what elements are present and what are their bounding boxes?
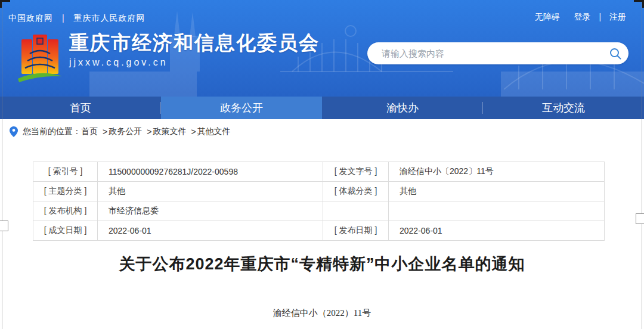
meta-label-doc-symbol: [ 发文字号 ] bbox=[323, 162, 389, 182]
page: 中国政府网 | 重庆市人民政府网 无障碍 登录 | 注册 bbox=[0, 0, 644, 329]
search-input[interactable] bbox=[380, 48, 602, 59]
meta-label-issuing-agency: [ 发布机构 ] bbox=[33, 201, 98, 221]
meta-value-doc-symbol: 渝经信中小〔2022〕11号 bbox=[389, 162, 605, 182]
nav-item-label: 互动交流 bbox=[542, 102, 585, 114]
nav-item-label: 政务公开 bbox=[220, 102, 263, 114]
meta-value-publish-date: 2022-06-01 bbox=[389, 221, 605, 241]
login-link[interactable]: 登录 bbox=[574, 12, 591, 21]
nav-item-home[interactable]: 首页 bbox=[0, 97, 161, 119]
gov-links: 中国政府网 | 重庆市人民政府网 bbox=[8, 13, 145, 24]
register-link[interactable]: 注册 bbox=[609, 12, 626, 21]
meta-value-written-date: 2022-06-01 bbox=[98, 221, 323, 241]
meta-label-written-date: [ 成文日期 ] bbox=[33, 221, 98, 241]
breadcrumb-item-zhengcewenjian[interactable]: 政策文件 bbox=[153, 126, 186, 137]
accessibility-link[interactable]: 无障碍 bbox=[535, 12, 560, 21]
link-chongqing-gov[interactable]: 重庆市人民政府网 bbox=[73, 13, 145, 23]
brand-text: 重庆市经济和信息化委员会 jjxxw.cq.gov.cn bbox=[69, 31, 320, 68]
location-pin-icon bbox=[10, 126, 18, 137]
meta-value-index-no: 11500000009276281J/2022-00598 bbox=[98, 162, 323, 182]
search-button[interactable] bbox=[602, 42, 628, 64]
breadcrumb-item-zhengwugongkai[interactable]: 政务公开 bbox=[109, 126, 142, 137]
meta-value-topic-category: 其他 bbox=[98, 182, 323, 201]
selection-handle-right bbox=[636, 213, 644, 224]
top-utility-bar: 中国政府网 | 重庆市人民政府网 无障碍 登录 | 注册 bbox=[0, 0, 644, 26]
table-row: [ 成文日期 ] 2022-06-01 [ 发布日期 ] 2022-06-01 bbox=[33, 221, 605, 241]
selection-border-left bbox=[2, 0, 2, 329]
document-number: 渝经信中小（2022）11号 bbox=[0, 308, 644, 319]
meta-label-empty bbox=[323, 201, 389, 221]
breadcrumb-separator: > bbox=[191, 127, 196, 136]
meta-label-genre-category: [ 体裁分类 ] bbox=[323, 182, 389, 201]
breadcrumb-separator: > bbox=[147, 127, 151, 136]
nav-item-label: 首页 bbox=[70, 102, 91, 114]
selection-border-right bbox=[642, 0, 642, 329]
meta-label-index-no: [ 索引号 ] bbox=[33, 162, 98, 182]
site-url: jjxxw.cq.gov.cn bbox=[69, 57, 320, 68]
link-separator: | bbox=[62, 13, 65, 23]
page-title: 关于公布2022年重庆市“专精特新”中小企业名单的通知 bbox=[0, 253, 644, 275]
main-nav: 首页 政务公开 渝快办 互动交流 bbox=[0, 97, 644, 119]
breadcrumb-prefix: 您当前的位置： bbox=[23, 126, 81, 137]
breadcrumb-item-home[interactable]: 首页 bbox=[81, 126, 98, 137]
selection-corner-top-left bbox=[0, 0, 10, 8]
nav-item-government-affairs[interactable]: 政务公开 bbox=[161, 97, 322, 119]
selection-corner-top-right bbox=[634, 0, 644, 8]
nav-item-interaction[interactable]: 互动交流 bbox=[483, 97, 644, 119]
meta-label-topic-category: [ 主题分类 ] bbox=[33, 182, 98, 201]
link-china-gov[interactable]: 中国政府网 bbox=[8, 13, 53, 23]
search-icon bbox=[609, 47, 622, 60]
site-logo-icon bbox=[17, 31, 63, 88]
site-header: 中国政府网 | 重庆市人民政府网 无障碍 登录 | 注册 bbox=[0, 0, 644, 97]
table-row: [ 索引号 ] 11500000009276281J/2022-00598 [ … bbox=[33, 162, 605, 182]
breadcrumb: 您当前的位置： 首页 > 政务公开 > 政策文件 > 其他文件 bbox=[0, 119, 644, 144]
table-row: [ 发布机构 ] 市经济信息委 bbox=[33, 201, 605, 221]
account-links: 无障碍 登录 | 注册 bbox=[535, 12, 626, 23]
table-row: [ 主题分类 ] 其他 [ 体裁分类 ] 其他 bbox=[33, 182, 605, 201]
breadcrumb-item-qitawenjian[interactable]: 其他文件 bbox=[197, 126, 231, 137]
meta-label-publish-date: [ 发布日期 ] bbox=[323, 221, 389, 241]
nav-item-yukuaiban[interactable]: 渝快办 bbox=[322, 97, 483, 119]
selection-handle-left bbox=[0, 221, 8, 231]
nav-item-label: 渝快办 bbox=[386, 102, 419, 114]
breadcrumb-separator: > bbox=[103, 127, 107, 136]
site-title: 重庆市经济和信息化委员会 bbox=[69, 31, 320, 55]
search-box bbox=[367, 42, 628, 64]
meta-value-genre-category: 其他 bbox=[389, 182, 605, 201]
auth-separator: | bbox=[599, 12, 601, 21]
site-brand[interactable]: 重庆市经济和信息化委员会 jjxxw.cq.gov.cn bbox=[17, 31, 320, 88]
document-meta-table: [ 索引号 ] 11500000009276281J/2022-00598 [ … bbox=[33, 162, 605, 241]
meta-value-issuing-agency: 市经济信息委 bbox=[98, 201, 323, 221]
meta-value-empty bbox=[389, 201, 605, 221]
